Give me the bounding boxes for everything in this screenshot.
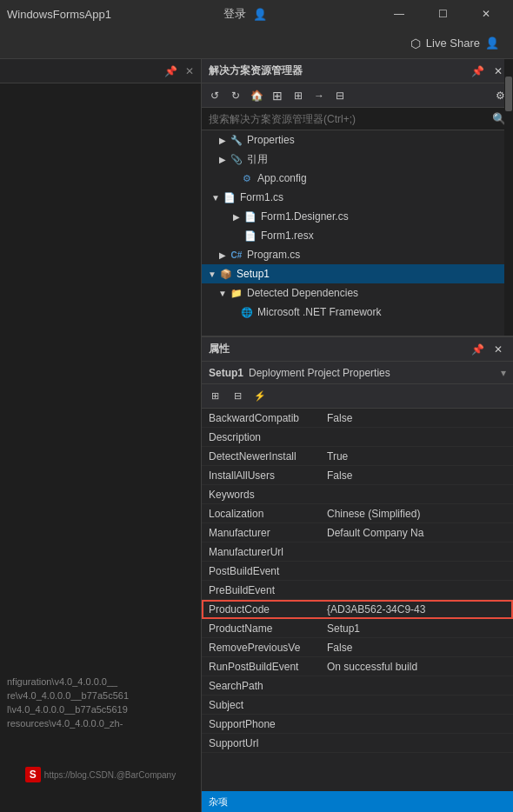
- sol-arrow-btn[interactable]: →: [310, 86, 329, 105]
- solution-scrollbar[interactable]: [504, 59, 513, 336]
- properties-pin-icon[interactable]: 📌: [470, 342, 485, 357]
- reference-icon: 📎: [230, 152, 243, 166]
- title-bar: WindowsFormsApp1 登录 👤 — ☐ ✕: [0, 0, 513, 28]
- prop-row-subject[interactable]: Subject: [202, 696, 513, 715]
- prop-row-supporturl[interactable]: SupportUrl: [202, 734, 513, 753]
- properties-list: BackwardCompatib False Description Detec…: [202, 409, 513, 791]
- form1designer-icon: 📄: [243, 210, 257, 223]
- properties-panel: 属性 📌 ✕ Setup1 Deployment Project Propert…: [202, 337, 513, 812]
- main-area: 📌 ✕ nfiguration\v4.0_4.0.0.0__ re\v4.0_4…: [0, 59, 513, 812]
- prop-row-prebuild[interactable]: PreBuildEvent: [202, 581, 513, 600]
- solution-explorer-panel: 解决方案资源管理器 📌 ✕ ↺ ↻ 🏠 ⊞ ⊞ → ⊟ ⚙ 🔍: [202, 59, 513, 337]
- prop-row-keywords[interactable]: Keywords: [202, 485, 513, 504]
- tree-item-form1resx[interactable]: 📄 Form1.resx: [202, 226, 513, 245]
- prop-value-productcode: {AD3AB562-34C9-43: [323, 603, 513, 616]
- close-button[interactable]: ✕: [466, 0, 506, 28]
- item-label-form1designer: Form1.Designer.cs: [261, 210, 349, 223]
- user-avatar-icon: 👤: [485, 37, 499, 50]
- solution-pin-icon[interactable]: 📌: [470, 63, 485, 79]
- form1-icon: 📄: [223, 190, 237, 204]
- csdn-watermark: S https://blog.CSDN.@BarCompany: [0, 762, 201, 788]
- tree-item-program[interactable]: ▶ C# Program.cs: [202, 245, 513, 264]
- prop-row-manufacturerurl[interactable]: ManufacturerUrl: [202, 542, 513, 562]
- prop-value-backward: False: [323, 412, 513, 424]
- prop-name-description: Description: [202, 431, 323, 443]
- item-label-form1resx: Form1.resx: [261, 230, 314, 242]
- scrollbar-thumb[interactable]: [505, 77, 512, 111]
- prop-name-productname: ProductName: [202, 622, 323, 635]
- dotnet-icon: 🌐: [240, 305, 254, 319]
- props-dropdown-icon[interactable]: ▾: [501, 367, 506, 379]
- left-close-icon[interactable]: ✕: [182, 63, 197, 79]
- maximize-button[interactable]: ☐: [423, 0, 463, 28]
- left-panel: 📌 ✕ nfiguration\v4.0_4.0.0.0__ re\v4.0_4…: [0, 59, 202, 812]
- solution-explorer-title: 解决方案资源管理器: [209, 63, 464, 78]
- sol-collapse-btn[interactable]: ⊟: [330, 86, 350, 105]
- sol-grid-btn[interactable]: ⊞: [268, 86, 287, 105]
- properties-close-icon[interactable]: ✕: [490, 342, 506, 357]
- sol-refresh-btn[interactable]: ⊞: [289, 86, 308, 105]
- prop-row-backward[interactable]: BackwardCompatib False: [202, 409, 513, 428]
- prop-row-productname[interactable]: ProductName Setup1: [202, 619, 513, 638]
- prop-value-detectnewer: True: [323, 450, 513, 463]
- props-grid-btn[interactable]: ⊞: [205, 387, 224, 406]
- prop-row-detectnewer[interactable]: DetectNewerInstall True: [202, 447, 513, 466]
- sol-home-btn[interactable]: 🏠: [247, 86, 266, 105]
- sol-forward-btn[interactable]: ↻: [226, 86, 245, 105]
- prop-row-searchpath[interactable]: SearchPath: [202, 676, 513, 696]
- bottom-line-1: nfiguration\v4.0_4.0.0.0__: [3, 675, 197, 689]
- expand-icon: ▶: [216, 248, 230, 262]
- prop-row-removeprev[interactable]: RemovePreviousVe False: [202, 638, 513, 657]
- tree-item-form1[interactable]: ▼ 📄 Form1.cs: [202, 188, 513, 207]
- tree-item-form1designer[interactable]: ▶ 📄 Form1.Designer.cs: [202, 207, 513, 226]
- item-label-setup1: Setup1: [237, 268, 270, 280]
- properties-icon: 🔧: [230, 133, 243, 147]
- minimize-button[interactable]: —: [379, 0, 419, 28]
- prop-name-manufacturer: Manufacturer: [202, 527, 323, 539]
- solution-search-bar[interactable]: 🔍: [202, 108, 513, 130]
- expand-icon: [226, 171, 240, 185]
- item-label-appconfig: App.config: [257, 172, 307, 184]
- sol-back-btn[interactable]: ↺: [205, 86, 224, 105]
- pin-icon[interactable]: 📌: [163, 63, 178, 79]
- app-title: WindowsFormsApp1: [7, 8, 111, 21]
- prop-row-runpostbuild[interactable]: RunPostBuildEvent On successful build: [202, 657, 513, 676]
- user-icon[interactable]: 👤: [253, 8, 267, 21]
- prop-name-keywords: Keywords: [202, 489, 323, 501]
- top-bar: ⬡ Live Share 👤: [0, 28, 513, 59]
- props-event-btn[interactable]: ⚡: [250, 387, 270, 406]
- expand-icon: ▼: [209, 190, 223, 204]
- tree-item-reference[interactable]: ▶ 📎 引用: [202, 150, 513, 169]
- expand-icon: [230, 229, 243, 243]
- prop-row-postbuild[interactable]: PostBuildEvent: [202, 562, 513, 581]
- prop-name-installusers: InstallAllUsers: [202, 469, 323, 482]
- tree-item-setup1[interactable]: ▼ 📦 Setup1: [202, 264, 513, 283]
- prop-row-localization[interactable]: Localization Chinese (Simplified): [202, 504, 513, 523]
- solution-explorer-header: 解决方案资源管理器 📌 ✕: [202, 59, 513, 83]
- login-label[interactable]: 登录: [223, 6, 246, 22]
- csdn-logo: S: [25, 767, 41, 782]
- bottom-line-2: re\v4.0_4.0.0.0__b77a5c561: [3, 689, 197, 702]
- prop-value-manufacturer: Default Company Na: [323, 527, 513, 539]
- prop-row-description[interactable]: Description: [202, 428, 513, 447]
- prop-row-manufacturer[interactable]: Manufacturer Default Company Na: [202, 523, 513, 542]
- tree-item-properties[interactable]: ▶ 🔧 Properties: [202, 130, 513, 150]
- prop-row-supportphone[interactable]: SupportPhone: [202, 715, 513, 734]
- solution-search-input[interactable]: [209, 113, 492, 125]
- prop-name-postbuild: PostBuildEvent: [202, 565, 323, 577]
- expand-icon: ▼: [216, 286, 230, 300]
- left-toolbar: 📌 ✕: [0, 59, 201, 83]
- tree-item-detected-deps[interactable]: ▼ 📁 Detected Dependencies: [202, 283, 513, 303]
- prop-row-installusers[interactable]: InstallAllUsers False: [202, 466, 513, 485]
- expand-icon: ▶: [216, 152, 230, 166]
- props-list-btn[interactable]: ⊟: [228, 387, 247, 406]
- tree-item-dotnet[interactable]: 🌐 Microsoft .NET Framework: [202, 303, 513, 322]
- prop-row-productcode[interactable]: ProductCode {AD3AB562-34C9-43: [202, 600, 513, 619]
- prop-value-runpostbuild: On successful build: [323, 661, 513, 673]
- footer-label: 杂项: [209, 795, 228, 809]
- form1resx-icon: 📄: [243, 229, 257, 243]
- title-bar-right: — ☐ ✕: [379, 0, 506, 28]
- tree-item-appconfig[interactable]: ⚙ App.config: [202, 169, 513, 188]
- live-share-icon: ⬡: [410, 37, 421, 50]
- live-share-button[interactable]: ⬡ Live Share 👤: [403, 33, 506, 54]
